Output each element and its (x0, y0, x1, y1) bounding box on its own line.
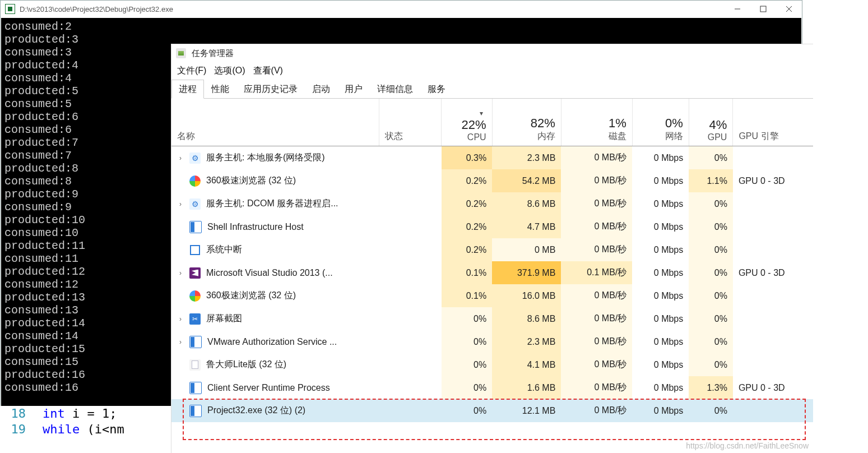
table-row[interactable]: ›Microsoft Visual Studio 2013 (...0.1%37… (171, 261, 813, 284)
tm-title: 任务管理器 (192, 48, 234, 59)
col-status[interactable]: 状态 (379, 99, 442, 146)
cell-gpu: 0% (689, 399, 733, 422)
cell-gpu: 0% (689, 215, 733, 238)
cell-disk: 0 MB/秒 (561, 353, 632, 376)
col-disk[interactable]: 1%磁盘 (561, 99, 632, 146)
process-name: Client Server Runtime Process (207, 383, 330, 393)
app-icon (5, 4, 15, 14)
col-gpu-engine[interactable]: GPU 引擎 (733, 99, 813, 146)
sys-icon (189, 244, 201, 256)
cell-cpu: 0% (442, 376, 493, 399)
cell-net: 0 Mbps (632, 330, 689, 353)
cell-mem: 0 MB (492, 238, 561, 261)
cell-mem: 1.6 MB (492, 376, 561, 399)
cell-gpu: 0% (689, 146, 733, 170)
cell-mem: 4.7 MB (492, 215, 561, 238)
tab-性能[interactable]: 性能 (204, 80, 236, 99)
col-network[interactable]: 0%网络 (632, 99, 689, 146)
expand-icon[interactable]: › (177, 200, 184, 208)
cell-gpu-engine (733, 284, 813, 307)
cell-net: 0 Mbps (632, 261, 689, 284)
line-number: 19 (3, 422, 26, 437)
chevron-down-icon: ▾ (480, 109, 483, 117)
table-row[interactable]: ›服务主机: DCOM 服务器进程启...0.2%8.6 MB0 MB/秒0 M… (171, 192, 813, 215)
table-row[interactable]: Project32.exe (32 位) (2)0%12.1 MB0 MB/秒0… (171, 399, 813, 422)
table-row[interactable]: 360极速浏览器 (32 位)0.2%54.2 MB0 MB/秒0 Mbps1.… (171, 169, 813, 192)
tab-详细信息[interactable]: 详细信息 (370, 80, 420, 99)
cell-gpu: 0% (689, 353, 733, 376)
cell-gpu: 1.1% (689, 169, 733, 192)
cell-cpu: 0% (442, 399, 493, 422)
editor-fragment: 18int i = 1; 19while (i<nm (0, 406, 171, 453)
table-row[interactable]: Shell Infrastructure Host0.2%4.7 MB0 MB/… (171, 215, 813, 238)
cell-gpu: 0% (689, 238, 733, 261)
generic-icon (189, 359, 201, 371)
table-row[interactable]: ›服务主机: 本地服务(网络受限)0.3%2.3 MB0 MB/秒0 Mbps0… (171, 146, 813, 170)
snip-icon (189, 313, 201, 325)
console-titlebar[interactable]: D:\vs2013\code\Project32\Debug\Project32… (1, 1, 802, 17)
cell-net: 0 Mbps (632, 146, 689, 170)
cell-cpu: 0.1% (442, 284, 493, 307)
cell-disk: 0 MB/秒 (561, 330, 632, 353)
cell-gpu-engine (733, 146, 813, 170)
col-memory[interactable]: 82%内存 (492, 99, 561, 146)
cell-cpu: 0.1% (442, 261, 493, 284)
tm-menubar: 文件(F) 选项(O) 查看(V) (171, 62, 813, 79)
task-manager-icon (176, 48, 186, 58)
table-row[interactable]: ›屏幕截图0%8.6 MB0 MB/秒0 Mbps0% (171, 307, 813, 330)
cell-mem: 54.2 MB (492, 169, 561, 192)
tab-应用历史记录[interactable]: 应用历史记录 (236, 80, 305, 99)
table-row[interactable]: 鲁大师Lite版 (32 位)0%4.1 MB0 MB/秒0 Mbps0% (171, 353, 813, 376)
process-table: 名称 状态 ▾22%CPU 82%内存 1%磁盘 0%网络 4%GPU GPU … (171, 99, 813, 422)
cell-disk: 0 MB/秒 (561, 215, 632, 238)
cell-net: 0 Mbps (632, 376, 689, 399)
cell-disk: 0 MB/秒 (561, 307, 632, 330)
cell-cpu: 0.3% (442, 146, 493, 170)
process-name: Shell Infrastructure Host (207, 222, 304, 232)
table-row[interactable]: 360极速浏览器 (32 位)0.1%16.0 MB0 MB/秒0 Mbps0% (171, 284, 813, 307)
cell-mem: 12.1 MB (492, 399, 561, 422)
shell-icon (189, 382, 202, 394)
cell-cpu: 0.2% (442, 238, 493, 261)
process-name: Project32.exe (32 位) (2) (207, 405, 305, 417)
maximize-button[interactable] (750, 1, 776, 17)
tm-titlebar[interactable]: 任务管理器 (171, 44, 813, 62)
chrome-icon (189, 290, 201, 302)
tab-用户[interactable]: 用户 (337, 80, 370, 99)
minimize-button[interactable] (725, 1, 750, 17)
cell-disk: 0 MB/秒 (561, 192, 632, 215)
table-row[interactable]: ›VMware Authorization Service ...0%2.3 M… (171, 330, 813, 353)
tab-进程[interactable]: 进程 (171, 80, 204, 99)
cell-gpu: 0% (689, 307, 733, 330)
table-row[interactable]: Client Server Runtime Process0%1.6 MB0 M… (171, 376, 813, 399)
col-cpu[interactable]: ▾22%CPU (442, 99, 493, 146)
col-gpu[interactable]: 4%GPU (689, 99, 733, 146)
cell-gpu: 0% (689, 284, 733, 307)
exe-icon (189, 405, 202, 417)
shell-icon (189, 221, 202, 233)
close-button[interactable] (776, 1, 802, 17)
menu-view[interactable]: 查看(V) (253, 65, 283, 77)
cell-mem: 16.0 MB (492, 284, 561, 307)
cell-gpu-engine (733, 399, 813, 422)
col-name[interactable]: 名称 (171, 99, 379, 146)
cell-mem: 2.3 MB (492, 330, 561, 353)
vs-icon (189, 267, 201, 279)
menu-options[interactable]: 选项(O) (214, 65, 245, 77)
cell-mem: 2.3 MB (492, 146, 561, 170)
menu-file[interactable]: 文件(F) (177, 65, 206, 77)
cell-net: 0 Mbps (632, 215, 689, 238)
expand-icon[interactable]: › (177, 315, 184, 323)
cell-net: 0 Mbps (632, 169, 689, 192)
cell-disk: 0 MB/秒 (561, 146, 632, 170)
table-row[interactable]: 系统中断0.2%0 MB0 MB/秒0 Mbps0% (171, 238, 813, 261)
expand-icon[interactable]: › (177, 269, 184, 277)
tab-服务[interactable]: 服务 (420, 80, 453, 99)
expand-icon[interactable]: › (177, 338, 184, 346)
expand-icon[interactable]: › (177, 154, 184, 162)
cell-disk: 0 MB/秒 (561, 376, 632, 399)
line-number: 18 (3, 406, 26, 422)
cell-gpu-engine (733, 192, 813, 215)
tab-启动[interactable]: 启动 (305, 80, 337, 99)
process-name: 系统中断 (206, 244, 242, 256)
